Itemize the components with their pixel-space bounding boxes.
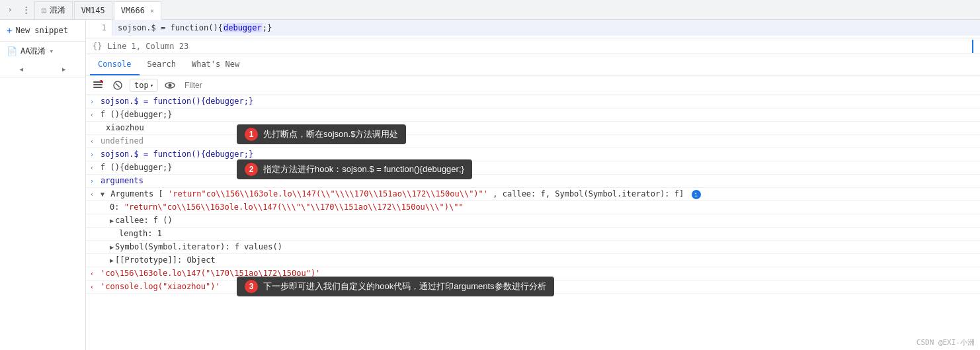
context-label: top: [134, 81, 149, 90]
tab-label-jj: 混淆: [50, 5, 65, 16]
console-line-4: ‹ undefined: [86, 135, 980, 148]
console-filter-input[interactable]: [182, 79, 976, 91]
expand-triangle-10[interactable]: ▶: [110, 217, 114, 224]
svg-rect-2: [93, 87, 102, 88]
clear-console-button[interactable]: [90, 77, 106, 93]
sidebar-right-nav[interactable]: ▸: [43, 61, 86, 77]
tab-search-label: Search: [147, 60, 176, 69]
editor-status-text: Line 1, Column 23: [107, 42, 188, 51]
filter-toggle-icon: [112, 80, 123, 91]
console-text-2: f (){debugger;}: [101, 110, 980, 119]
tab-search[interactable]: Search: [140, 54, 184, 75]
new-snippet-button[interactable]: + New snippet: [0, 20, 85, 42]
watermark: CSDN @EXI-小洲: [917, 337, 975, 347]
console-line-13: ▶[[Prototype]]: Object: [86, 254, 980, 267]
console-line-8: ‹ ▼ Arguments [ 'return"co\\156\\163ole.…: [86, 188, 980, 201]
console-toolbar: top ▾: [86, 75, 980, 95]
tab-console[interactable]: Console: [90, 54, 140, 75]
console-line-1: › sojson.$ = function(){debugger;}: [86, 95, 980, 109]
expand-triangle-8[interactable]: ▼: [101, 191, 104, 198]
content-area: 1 sojson.$ = function(){debugger;} {} Li…: [86, 20, 980, 350]
console-text-10: ▶callee: f (): [110, 216, 980, 225]
tab-bar: › ⋮ ◫ 混淆 VM145 VM666 ×: [0, 0, 980, 20]
arrow-right-15: ‹: [90, 282, 101, 290]
snippet-dropdown-icon: ▾: [49, 47, 54, 56]
right-border-indicator: [972, 40, 973, 53]
devtools-tab-bar: Console Search What's New: [86, 54, 980, 75]
arrow-right-5: ›: [90, 150, 101, 158]
svg-rect-1: [93, 84, 102, 85]
line-number: 1: [86, 20, 112, 36]
svg-line-5: [116, 83, 120, 87]
tab-icon-jj: ◫: [42, 6, 46, 15]
expand-triangle-13[interactable]: ▶: [110, 257, 114, 264]
tab-console-label: Console: [98, 60, 132, 69]
snippet-item-label: AA混淆: [20, 46, 46, 57]
code-text: sojson.$ = function(){debugger;}: [118, 23, 272, 32]
arguments-rest: , callee: f, Symbol(Symbol.iterator): f]: [493, 189, 684, 198]
toggle-filter-button[interactable]: [110, 77, 126, 93]
console-text-5: sojson.$ = function(){debugger;}: [101, 150, 980, 159]
context-selector[interactable]: top ▾: [130, 79, 158, 92]
index-label-9: 0:: [110, 202, 124, 212]
tab-left-arrow[interactable]: ›: [3, 3, 17, 17]
svg-point-7: [169, 83, 172, 87]
console-line-3: xiaozhou: [86, 122, 980, 135]
console-line-2: ‹ f (){debugger;}: [86, 109, 980, 122]
tab-close-vm666[interactable]: ×: [150, 7, 154, 15]
tab-vm666[interactable]: VM666 ×: [114, 1, 161, 20]
snippet-item-aa[interactable]: 📄 AA混淆 ▾: [0, 42, 85, 61]
info-icon-8[interactable]: i: [692, 190, 701, 199]
arrow-empty-13: [99, 255, 110, 257]
console-line-12: ▶Symbol(Symbol.iterator): f values(): [86, 241, 980, 254]
new-snippet-label: New snippet: [15, 26, 67, 35]
console-text-9: 0: "return\"co\\156\\163ole.lo\\147(\\\"…: [110, 202, 980, 212]
snippets-sidebar: + New snippet 📄 AA混淆 ▾ ◂ ▸: [0, 20, 86, 350]
console-line-7: › arguments: [86, 175, 980, 188]
console-text-13: ▶[[Prototype]]: Object: [110, 255, 980, 265]
expand-triangle-12[interactable]: ▶: [110, 243, 114, 251]
eye-button[interactable]: [162, 77, 178, 93]
tab-more-button[interactable]: ⋮: [19, 3, 33, 17]
arguments-label: Arguments [: [110, 189, 163, 198]
clear-icon: [93, 80, 103, 91]
arrow-empty-12: [99, 242, 110, 243]
sidebar-left-nav[interactable]: ◂: [0, 61, 43, 77]
console-text-8: ▼ Arguments [ 'return"co\\156\\163ole.lo…: [101, 189, 980, 199]
arrow-right-14: ‹: [90, 269, 101, 277]
console-text-15: 'console.log("xiaozhou")': [101, 282, 980, 291]
arguments-value: 'return"co\\156\\163ole.lo\\147(\\"\\\\1…: [168, 189, 488, 198]
console-line-10: ▶callee: f (): [86, 214, 980, 228]
eye-icon: [165, 80, 175, 91]
arrow-empty-10: [99, 216, 110, 217]
console-line-11: length: 1: [86, 228, 980, 241]
console-line-15: ‹ 'console.log("xiaozhou")': [86, 281, 980, 294]
index-value-9: "return\"co\\156\\163ole.lo\\147(\\\"\"\…: [124, 202, 464, 212]
braces-icon: {}: [93, 42, 102, 51]
console-text-11: length: 1: [110, 229, 980, 238]
console-text-14: 'co\156\163ole.lo\147("\170\151ao\172\15…: [101, 269, 980, 278]
arrow-left-6: ‹: [90, 163, 101, 171]
console-line-14: ‹ 'co\156\163ole.lo\147("\170\151ao\172\…: [86, 267, 980, 281]
console-text-1: sojson.$ = function(){debugger;}: [101, 97, 980, 106]
tab-whats-new[interactable]: What's New: [184, 54, 247, 75]
arrow-empty-9: [99, 202, 110, 204]
arrow-empty-3: [90, 123, 101, 124]
arrow-empty-11: [99, 229, 110, 230]
tab-vm145[interactable]: VM145: [74, 1, 112, 20]
tab-jj-hunzhuo[interactable]: ◫ 混淆: [34, 1, 73, 20]
console-line-6: ‹ f (){debugger;}: [86, 161, 980, 175]
code-editor: 1 sojson.$ = function(){debugger;}: [86, 20, 980, 38]
arrow-left-2: ‹: [90, 110, 101, 118]
tab-whats-new-label: What's New: [192, 60, 239, 69]
plus-icon: +: [7, 25, 12, 36]
console-text-12: ▶Symbol(Symbol.iterator): f values(): [110, 242, 980, 251]
code-editor-content[interactable]: sojson.$ = function(){debugger;}: [112, 20, 980, 36]
arrow-left-8: ‹: [90, 189, 101, 198]
editor-status-bar: {} Line 1, Column 23: [86, 38, 980, 54]
arrow-left-4: ‹: [90, 136, 101, 145]
console-line-5: › sojson.$ = function(){debugger;}: [86, 148, 980, 161]
console-text-7: arguments: [101, 176, 980, 185]
context-dropdown-icon: ▾: [150, 82, 153, 89]
console-output: › sojson.$ = function(){debugger;} ‹ f (…: [86, 95, 980, 350]
